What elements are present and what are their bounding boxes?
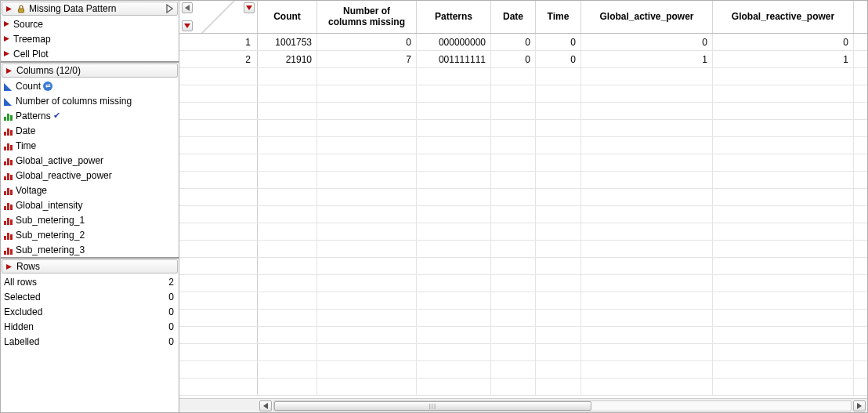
outline-item[interactable]: Source xyxy=(1,16,179,31)
cell[interactable] xyxy=(581,327,713,344)
cell[interactable] xyxy=(581,223,713,241)
cell[interactable] xyxy=(536,85,581,103)
cell[interactable] xyxy=(713,223,854,241)
scroll-thumb[interactable]: ||| xyxy=(274,401,591,411)
cell[interactable] xyxy=(581,241,713,258)
cell[interactable] xyxy=(491,344,536,361)
cell[interactable] xyxy=(581,68,713,85)
cell[interactable] xyxy=(417,241,491,258)
cell[interactable] xyxy=(417,189,491,206)
cell[interactable] xyxy=(317,206,417,223)
cell[interactable] xyxy=(317,241,417,258)
rows-menu-button[interactable] xyxy=(182,20,193,31)
cell[interactable] xyxy=(536,327,581,344)
cell[interactable] xyxy=(317,292,417,310)
cell[interactable] xyxy=(258,241,317,258)
cell[interactable]: 0 xyxy=(491,51,536,68)
cell[interactable] xyxy=(258,206,317,223)
cell[interactable] xyxy=(536,223,581,241)
cell[interactable] xyxy=(317,327,417,344)
cell[interactable] xyxy=(713,327,854,344)
rows-stat[interactable]: Labelled0 xyxy=(1,334,179,349)
rows-stat[interactable]: Excluded0 xyxy=(1,304,179,319)
cell[interactable] xyxy=(713,292,854,310)
cell[interactable] xyxy=(258,258,317,275)
cell[interactable] xyxy=(317,189,417,206)
cell[interactable] xyxy=(581,206,713,223)
cell[interactable] xyxy=(417,344,491,361)
cell[interactable] xyxy=(536,137,581,154)
cell[interactable] xyxy=(713,137,854,154)
cell[interactable] xyxy=(491,361,536,379)
disclose-icon[interactable] xyxy=(2,20,11,28)
cell[interactable] xyxy=(317,379,417,396)
cell[interactable] xyxy=(491,85,536,103)
cell[interactable]: 1001753 xyxy=(258,34,317,51)
cell[interactable] xyxy=(258,189,317,206)
cell[interactable] xyxy=(536,310,581,327)
cell[interactable] xyxy=(417,361,491,379)
cell[interactable] xyxy=(491,241,536,258)
cell[interactable] xyxy=(317,275,417,292)
cell[interactable]: 0 xyxy=(536,34,581,51)
cell[interactable] xyxy=(317,85,417,103)
cell[interactable] xyxy=(258,379,317,396)
outline-item[interactable]: Treemap xyxy=(1,31,179,46)
column-header[interactable]: Global_active_power xyxy=(581,1,713,33)
column-item[interactable]: Global_active_power xyxy=(1,153,179,168)
cell[interactable]: 001111111 xyxy=(417,51,491,68)
cell[interactable]: 21910 xyxy=(258,51,317,68)
cell[interactable] xyxy=(581,172,713,189)
row-number[interactable]: 1 xyxy=(179,34,258,50)
column-header[interactable]: Date xyxy=(491,1,536,33)
cell[interactable] xyxy=(713,189,854,206)
row-number[interactable]: 2 xyxy=(179,51,258,67)
cell[interactable] xyxy=(536,379,581,396)
scroll-left-button[interactable] xyxy=(259,400,272,411)
cell[interactable] xyxy=(581,292,713,310)
cell[interactable] xyxy=(713,344,854,361)
cell[interactable] xyxy=(417,379,491,396)
go-arrow-icon[interactable] xyxy=(164,3,175,14)
cell[interactable]: 0 xyxy=(713,34,854,51)
cell[interactable] xyxy=(713,85,854,103)
cell[interactable]: 7 xyxy=(317,51,417,68)
cell[interactable] xyxy=(491,172,536,189)
cell[interactable] xyxy=(258,68,317,85)
cell[interactable] xyxy=(581,361,713,379)
rows-header[interactable]: Rows xyxy=(2,259,178,274)
outline-item[interactable]: Cell Plot xyxy=(1,46,179,61)
cell[interactable] xyxy=(258,292,317,310)
disclose-icon[interactable] xyxy=(5,263,13,271)
cell[interactable] xyxy=(713,206,854,223)
cell[interactable] xyxy=(417,154,491,172)
cell[interactable] xyxy=(258,223,317,241)
cell[interactable] xyxy=(491,68,536,85)
rows-stat[interactable]: Selected0 xyxy=(1,289,179,304)
cell[interactable] xyxy=(317,172,417,189)
cell[interactable] xyxy=(536,344,581,361)
cell[interactable] xyxy=(713,68,854,85)
column-header[interactable]: Patterns xyxy=(417,1,491,33)
cell[interactable] xyxy=(713,103,854,120)
cols-back-button[interactable] xyxy=(182,2,193,13)
cell[interactable] xyxy=(581,310,713,327)
cell[interactable] xyxy=(491,103,536,120)
cell[interactable] xyxy=(536,258,581,275)
disclose-icon[interactable] xyxy=(2,34,11,43)
disclose-icon[interactable] xyxy=(2,49,11,58)
column-header[interactable]: Time xyxy=(536,1,581,33)
cell[interactable] xyxy=(491,292,536,310)
column-item[interactable]: Sub_metering_2 xyxy=(1,227,179,242)
cell[interactable] xyxy=(713,379,854,396)
cell[interactable] xyxy=(417,275,491,292)
cell[interactable] xyxy=(258,327,317,344)
column-header[interactable]: Number ofcolumns missing xyxy=(317,1,417,33)
cell[interactable] xyxy=(536,206,581,223)
cell[interactable] xyxy=(417,103,491,120)
cell[interactable] xyxy=(258,85,317,103)
outline-item[interactable]: Missing Data Pattern xyxy=(2,2,178,16)
column-header[interactable]: Count xyxy=(258,1,317,33)
cell[interactable]: 000000000 xyxy=(417,34,491,51)
cell[interactable] xyxy=(491,154,536,172)
